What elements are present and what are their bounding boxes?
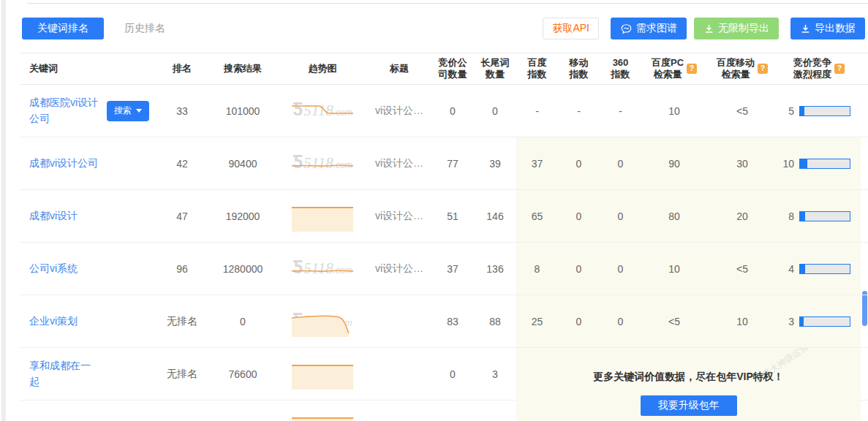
column-header: 关键词: [20, 63, 156, 75]
trend-cell: Ƽ5118.com: [278, 306, 367, 338]
baidu-pc-volume-cell: <5: [641, 316, 707, 327]
caret-down-icon: [136, 109, 142, 113]
column-header: 百度 指数: [516, 57, 558, 81]
column-header: 竞价公 司数量: [431, 57, 474, 81]
trend-cell: Ƽ5118.com: [278, 411, 367, 421]
column-header: 移动 指数: [558, 57, 600, 81]
trend-cell: Ƽ5118.com: [278, 95, 367, 127]
trend-sparkline: [289, 95, 356, 127]
rank-cell: 无排名: [156, 315, 208, 328]
competition-bar: [799, 316, 850, 327]
competition-cell: 3: [777, 316, 861, 327]
rank-cell: 33: [156, 105, 208, 117]
rank-cell: 无排名: [156, 368, 208, 381]
help-question-icon[interactable]: ?: [834, 64, 845, 74]
longtail-count-cell: 0: [474, 105, 516, 117]
baidu-index-cell: 8: [516, 263, 558, 275]
index-360-cell: 0: [600, 316, 641, 327]
upgrade-vip-button[interactable]: 我要升级包年: [641, 395, 737, 416]
demand-map-label: 需求图谱: [636, 22, 677, 35]
competition-cell: 4: [777, 263, 861, 275]
keyword-cell: 公司vi系统: [20, 261, 156, 277]
get-api-button[interactable]: 获取API: [543, 18, 599, 39]
trend-cell: Ƽ5118.com: [278, 148, 367, 180]
longtail-count-cell: 39: [474, 158, 516, 170]
search-results-cell: 90400: [208, 158, 278, 170]
help-question-icon[interactable]: ?: [758, 64, 768, 74]
vip-promo-panel: 享受大神级运营视野 享受大神级运营视野 享受大神级运营视野 更多关键词价值数据，…: [516, 348, 861, 421]
baidu-mobile-volume-cell: 20: [707, 210, 777, 222]
keyword-cell: 宣传用品清单: [20, 419, 156, 421]
search-button-label: 搜索: [114, 105, 132, 117]
keyword-link[interactable]: 企业vi策划: [29, 314, 78, 330]
unlimited-export-button[interactable]: 无限制导出: [694, 18, 779, 39]
column-header: 百度PC 检索量?: [641, 57, 707, 81]
top-divider: [27, 3, 868, 4]
demand-map-icon: [620, 23, 633, 35]
table-row: 成都vi设计 47 192000 Ƽ5118.com vi设计公… 51 146…: [20, 190, 868, 243]
keyword-cell: 享和成都在一起: [20, 358, 156, 390]
search-results-cell: 76600: [208, 368, 278, 380]
rank-cell: 47: [156, 210, 208, 222]
mobile-index-cell: 0: [558, 210, 600, 222]
competition-value: 3: [788, 316, 794, 327]
longtail-count-cell: 88: [474, 316, 516, 327]
baidu-pc-volume-cell: 80: [641, 210, 707, 222]
competition-cell: 10: [777, 158, 861, 170]
competition-bar: [799, 211, 850, 221]
column-header: 标题: [367, 63, 431, 75]
competition-value: 8: [788, 210, 794, 222]
column-header: 趋势图: [278, 63, 367, 75]
column-header: 360 指数: [600, 57, 641, 81]
competition-value: 5: [788, 105, 794, 117]
trend-sparkline: [289, 200, 356, 232]
keyword-cell: 成都vi设计: [20, 208, 156, 224]
trend-sparkline: [289, 253, 356, 285]
competition-value: 10: [782, 158, 794, 170]
title-cell: vi设计公…: [367, 210, 431, 223]
baidu-mobile-volume-cell: <5: [707, 105, 777, 117]
export-data-button[interactable]: 导出数据: [790, 18, 865, 39]
keyword-link[interactable]: 成都vi设计公司: [29, 156, 98, 172]
tab-keyword-ranking[interactable]: 关键词排名: [22, 18, 104, 39]
bid-companies-cell: 77: [431, 158, 474, 170]
competition-cell: 5: [777, 105, 861, 117]
demand-map-button[interactable]: 需求图谱: [611, 18, 687, 39]
competition-bar: [799, 159, 850, 169]
keyword-table: 关键词排名搜索结果趋势图标题竞价公 司数量长尾词 数量百度 指数移动 指数360…: [20, 53, 868, 421]
baidu-mobile-volume-cell: 30: [707, 158, 777, 170]
download-icon: [703, 23, 714, 34]
promo-text: 更多关键词价值数据，尽在包年VIP特权！: [516, 371, 861, 384]
bid-companies-cell: 0: [431, 368, 474, 380]
keyword-link[interactable]: 成都医院vi设计公司: [29, 95, 99, 126]
baidu-index-cell: 25: [516, 316, 558, 327]
index-360-cell: -: [600, 105, 641, 117]
tab-history-ranking[interactable]: 历史排名: [124, 22, 165, 35]
search-results-cell: 1280000: [208, 263, 278, 275]
keyword-link[interactable]: 宣传用品清单: [29, 419, 91, 421]
baidu-mobile-volume-cell: <5: [707, 263, 777, 275]
title-cell: vi设计公…: [367, 157, 431, 170]
longtail-count-cell: 3: [474, 368, 516, 380]
bid-companies-cell: 83: [431, 316, 474, 327]
keyword-link[interactable]: 享和成都在一起: [29, 358, 99, 390]
keyword-link[interactable]: 公司vi系统: [29, 261, 78, 277]
longtail-count-cell: 146: [474, 210, 516, 222]
search-dropdown-button[interactable]: 搜索: [107, 101, 149, 121]
competition-value: 4: [788, 263, 794, 275]
help-question-icon[interactable]: ?: [687, 64, 697, 74]
unlimited-export-label: 无限制导出: [718, 22, 769, 35]
mobile-index-cell: 0: [558, 263, 600, 275]
baidu-index-cell: 37: [516, 158, 558, 170]
index-360-cell: 0: [600, 210, 641, 222]
table-body: 成都医院vi设计公司 搜索 33 101000 Ƽ5118.com vi设计公……: [20, 85, 868, 421]
trend-sparkline: [289, 148, 356, 180]
keyword-cell: 企业vi策划: [20, 314, 156, 330]
trend-cell: Ƽ5118.com: [278, 253, 367, 285]
column-header: 竞价竞争 激烈程度?: [777, 57, 861, 81]
keyword-cell: 成都vi设计公司: [20, 156, 156, 172]
rank-cell: 96: [156, 263, 208, 275]
keyword-link[interactable]: 成都vi设计: [29, 208, 78, 224]
search-results-cell: 0: [208, 316, 278, 327]
competition-cell: 8: [777, 210, 861, 222]
